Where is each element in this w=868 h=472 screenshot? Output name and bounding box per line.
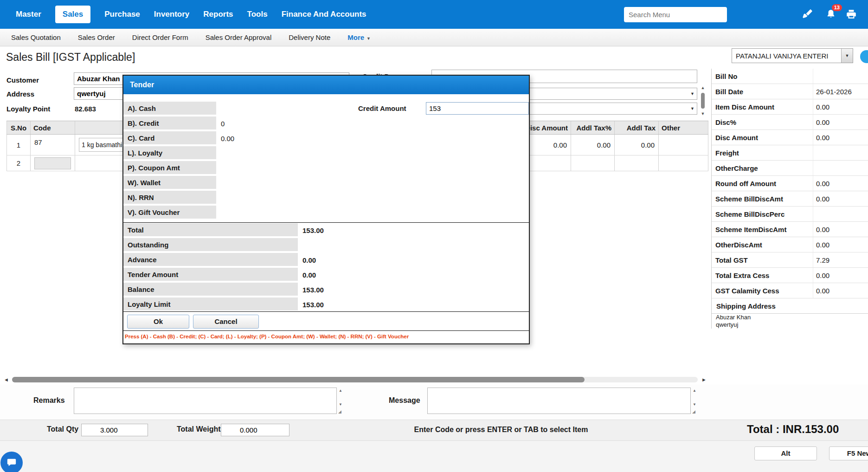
message-label: Message: [389, 396, 420, 405]
tender-modal-buttons: Ok Cancel: [123, 311, 529, 331]
total-qty-label: Total Qty: [47, 425, 78, 433]
print-icon[interactable]: [845, 8, 857, 20]
credit-amount-label: Credit Amount: [358, 104, 406, 112]
subnav-more[interactable]: More▼: [347, 33, 371, 41]
nav-sales[interactable]: Sales: [55, 6, 90, 23]
summary-row-scheme-itemdiscamt: Scheme ItemDiscAmt0.00: [712, 222, 868, 237]
tender-options-list: A). Cash B). Credit0 C). Card0.00 L). Lo…: [123, 101, 529, 220]
top-menubar: Master Sales Purchase Inventory Reports …: [0, 0, 868, 29]
nav-tools[interactable]: Tools: [247, 10, 268, 19]
tender-option-coupon-amt: P). Coupon Amt: [123, 161, 529, 175]
summary-row-freight: Freight: [712, 145, 868, 161]
row1-disc-amount: 0.00: [527, 135, 571, 155]
summary-row-bill-no: Bill No: [712, 69, 868, 84]
message-textarea[interactable]: [427, 388, 691, 414]
summary-row-roundoff: Round off Amount0.00: [712, 176, 868, 191]
help-icon[interactable]: [860, 50, 868, 63]
total-qty-input[interactable]: [81, 424, 148, 436]
loyalty-point-label: Loyalty Point: [6, 105, 50, 113]
chevron-down-icon: ▼: [690, 91, 694, 96]
row2-sno: 2: [6, 155, 31, 171]
brush-icon[interactable]: [801, 8, 813, 20]
shipping-address-title: Shipping Address: [712, 298, 868, 314]
tender-option-wallet: W). Wallet: [123, 175, 529, 190]
scroll-down-arrow[interactable]: ▼: [700, 111, 706, 116]
subnav-sales-order-approval[interactable]: Sales Order Approval: [206, 33, 272, 41]
chevron-down-icon[interactable]: ▼: [841, 49, 853, 63]
search-input[interactable]: [624, 7, 727, 22]
company-selector[interactable]: PATANJALI VANIJYA ENTERI ▼: [732, 48, 853, 63]
remarks-scroll-up-icon[interactable]: ▲: [339, 389, 342, 393]
chevron-down-icon: ▼: [690, 106, 694, 111]
tender-advance-row: Advance0.00: [123, 252, 529, 267]
row1-other: [659, 135, 708, 155]
summary-row-disc-pct: Disc%0.00: [712, 115, 868, 130]
tender-shortcut-hint: Press (A) - Cash (B) - Credit; (C) - Car…: [125, 334, 409, 339]
scroll-up-arrow[interactable]: ▲: [700, 85, 706, 90]
row2-addl-tax: [615, 155, 659, 171]
f5-new-button[interactable]: F5 New: [829, 446, 868, 460]
row2-other: [659, 155, 708, 171]
scroll-left-arrow[interactable]: ◄: [4, 377, 9, 382]
cancel-button[interactable]: Cancel: [193, 315, 259, 329]
nav-finance-accounts[interactable]: Finance And Accounts: [282, 10, 366, 19]
sales-subnav: Sales Quotation Sales Order Direct Order…: [0, 29, 868, 46]
subnav-delivery-note[interactable]: Delivery Note: [289, 33, 330, 41]
remarks-resize-handle[interactable]: ◢: [338, 409, 341, 414]
tender-option-rrn: N). RRN: [123, 190, 529, 205]
notifications-bell-icon[interactable]: 13: [825, 8, 837, 20]
row2-disc-amount: [527, 155, 571, 171]
summary-row-othercharge: OtherCharge: [712, 161, 868, 176]
summary-row-scheme-billdiscamt: Scheme BillDiscAmt0.00: [712, 191, 868, 207]
header-other: Other: [659, 121, 708, 134]
summary-row-gst-calamity-cess: GST Calamity Cess0.00: [712, 283, 868, 298]
remarks-textarea[interactable]: [74, 388, 337, 414]
remarks-scroll-down-icon[interactable]: ▼: [339, 403, 342, 407]
nav-purchase[interactable]: Purchase: [104, 10, 140, 19]
chat-icon[interactable]: [0, 452, 23, 472]
credit-amount-input[interactable]: [426, 102, 529, 115]
row1-addl-tax: 0.00: [615, 135, 659, 155]
tender-outstanding-row: Outstanding: [123, 238, 529, 252]
message-resize-handle[interactable]: ◢: [692, 409, 695, 414]
ok-button[interactable]: Ok: [127, 315, 189, 329]
vertical-scrollbar-thumb[interactable]: [701, 93, 705, 109]
row1-code[interactable]: 87: [31, 135, 75, 155]
remarks-band: Remarks ▲ ▼ ◢ Message ▲ ▼ ◢: [0, 384, 868, 420]
subnav-direct-order-form[interactable]: Direct Order Form: [132, 33, 188, 41]
address-label: Address: [6, 90, 34, 98]
notification-badge: 13: [832, 4, 842, 11]
subnav-sales-quotation[interactable]: Sales Quotation: [11, 33, 61, 41]
bill-summary-panel: Bill No Bill Date26-01-2026 Item Disc Am…: [711, 69, 868, 329]
summary-row-total-gst: Total GST7.29: [712, 252, 868, 268]
scroll-right-arrow[interactable]: ►: [701, 377, 707, 382]
horizontal-scrollbar-thumb[interactable]: [12, 377, 585, 382]
message-scroll-up-icon[interactable]: ▲: [693, 389, 696, 393]
row1-addl-tax-pct: 0.00: [571, 135, 615, 155]
main-menu: Master Sales Purchase Inventory Reports …: [16, 0, 366, 29]
message-scroll-down-icon[interactable]: ▼: [693, 403, 696, 407]
company-selector-value: PATANJALI VANIJYA ENTERI: [732, 52, 841, 60]
tender-loyalty-limit-row: Loyalty Limit153.00: [123, 297, 529, 312]
summary-row-disc-amount: Disc Amount0.00: [712, 130, 868, 145]
tender-option-loyalty: L). Loyalty: [123, 146, 529, 161]
summary-row-bill-date: Bill Date26-01-2026: [712, 84, 868, 99]
tender-totals: Total153.00 Outstanding Advance0.00 Tend…: [123, 222, 529, 312]
summary-row-otherdiscamt: OtherDiscAmt0.00: [712, 237, 868, 252]
summary-row-total-extra-cess: Total Extra Cess0.00: [712, 268, 868, 283]
total-weight-input[interactable]: [221, 424, 289, 436]
row2-code-input[interactable]: [34, 157, 71, 169]
header-disc-amount: Disc Amount: [527, 121, 571, 134]
tender-modal-title: Tender: [123, 76, 529, 94]
sales-bill-screen: Master Sales Purchase Inventory Reports …: [0, 0, 868, 472]
nav-reports[interactable]: Reports: [203, 10, 233, 19]
tender-amount-row: Tender Amount0.00: [123, 267, 529, 282]
grand-total: Total : INR.153.00: [747, 423, 839, 436]
alt-button[interactable]: Alt: [754, 446, 817, 460]
tender-modal: Tender A). Cash B). Credit0 C). Card0.00…: [122, 75, 530, 344]
nav-master[interactable]: Master: [16, 10, 41, 19]
page-title: Sales Bill [IGST Applicable]: [6, 51, 135, 64]
nav-inventory[interactable]: Inventory: [154, 10, 190, 19]
summary-row-scheme-billdiscperc: Scheme BillDiscPerc: [712, 207, 868, 222]
subnav-sales-order[interactable]: Sales Order: [78, 33, 115, 41]
